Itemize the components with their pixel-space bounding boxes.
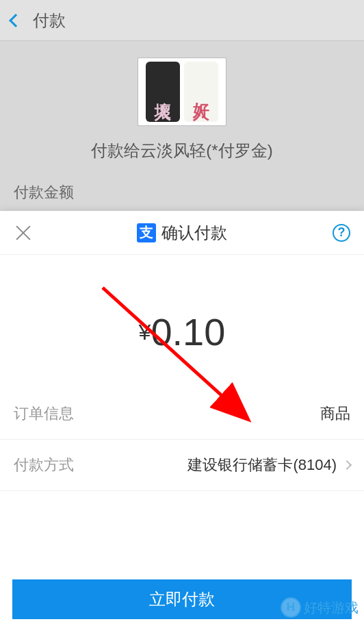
avatar-right-phone: 好人 xyxy=(184,62,218,122)
order-info-value: 商品 xyxy=(320,403,350,424)
payment-method-row[interactable]: 付款方式 建设银行储蓄卡(8104) xyxy=(0,440,364,491)
payment-method-value: 建设银行储蓄卡(8104) xyxy=(187,455,350,475)
page-header: 付款 xyxy=(0,0,364,41)
watermark-text: 好特游戏 xyxy=(304,599,359,617)
amount-value: 0.10 xyxy=(151,310,225,353)
watermark: H 好特游戏 xyxy=(281,597,359,618)
back-icon[interactable] xyxy=(9,14,23,27)
modal-header: 支 确认付款 ? xyxy=(0,211,364,255)
amount-display: ¥0.10 xyxy=(0,255,364,388)
help-icon[interactable]: ? xyxy=(333,224,350,242)
merchant-section: 壞人 好人 付款给云淡风轻(*付罗金) xyxy=(0,41,364,182)
chevron-right-icon xyxy=(342,460,352,470)
merchant-name: 付款给云淡风轻(*付罗金) xyxy=(14,140,350,162)
order-info-label: 订单信息 xyxy=(14,403,74,424)
alipay-logo-icon: 支 xyxy=(137,223,156,242)
confirm-payment-modal: 支 确认付款 ? ¥0.10 订单信息 商品 付款方式 建设银行储蓄卡(8104… xyxy=(0,211,364,626)
amount-label: 付款金额 xyxy=(0,182,364,203)
order-info-row: 订单信息 商品 xyxy=(0,388,364,440)
payment-method-text: 建设银行储蓄卡(8104) xyxy=(187,455,337,475)
merchant-avatar: 壞人 好人 xyxy=(138,58,226,126)
watermark-logo-icon: H xyxy=(281,597,301,618)
modal-title: 支 确认付款 xyxy=(137,222,227,244)
page-title: 付款 xyxy=(33,10,66,32)
close-icon[interactable] xyxy=(14,223,33,242)
modal-title-text: 确认付款 xyxy=(161,222,227,244)
avatar-left-phone: 壞人 xyxy=(146,62,180,122)
payment-method-label: 付款方式 xyxy=(14,455,74,475)
currency-symbol: ¥ xyxy=(139,320,151,345)
